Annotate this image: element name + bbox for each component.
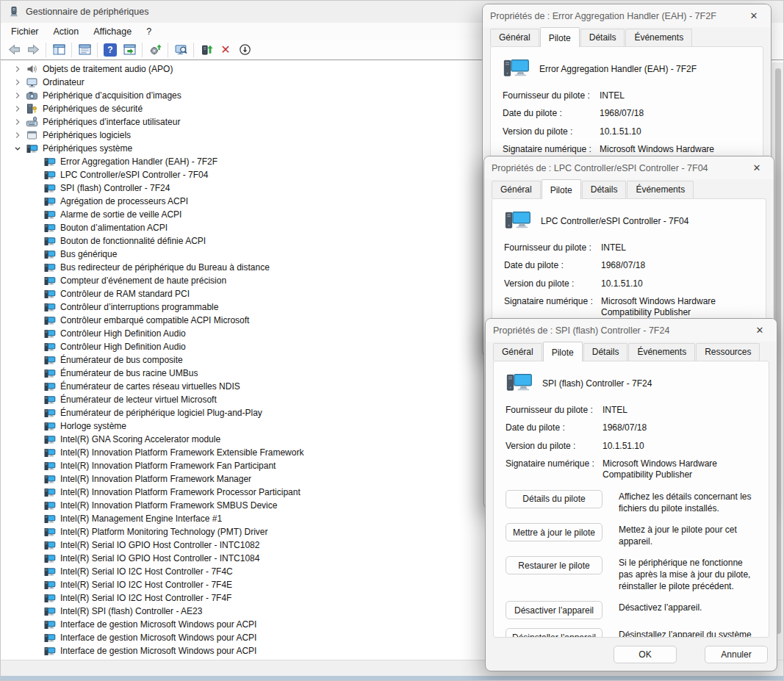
- driver-field-row: Fournisseur du pilote : INTEL: [506, 405, 757, 415]
- close-icon[interactable]: ✕: [744, 162, 769, 173]
- chevron-icon[interactable]: [29, 209, 42, 220]
- chevron-icon[interactable]: [29, 195, 42, 207]
- chevron-icon[interactable]: [11, 129, 24, 141]
- tab[interactable]: Pilote: [542, 179, 581, 199]
- chevron-icon[interactable]: [29, 156, 42, 167]
- cancel-button[interactable]: Annuler: [705, 646, 768, 663]
- tab[interactable]: Événements: [625, 29, 692, 46]
- chevron-icon[interactable]: [29, 262, 42, 273]
- tab[interactable]: Général: [493, 343, 542, 361]
- tab[interactable]: Général: [490, 29, 539, 46]
- chevron-icon[interactable]: [29, 381, 42, 392]
- chevron-icon[interactable]: [29, 447, 42, 458]
- tab[interactable]: Événements: [628, 343, 695, 361]
- uninstall-device-icon[interactable]: ✕: [216, 41, 235, 59]
- device-icon: [43, 182, 56, 194]
- menu-item[interactable]: Fichier: [4, 24, 46, 39]
- properties-icon[interactable]: [75, 41, 94, 59]
- chevron-icon[interactable]: [29, 328, 42, 339]
- tab[interactable]: Ressources: [696, 343, 760, 361]
- tab[interactable]: Pilote: [543, 342, 583, 361]
- chevron-icon[interactable]: [29, 433, 42, 445]
- chevron-icon[interactable]: [29, 248, 42, 260]
- chevron-icon[interactable]: [29, 235, 42, 247]
- tab[interactable]: Détails: [583, 343, 628, 361]
- chevron-icon[interactable]: [29, 473, 42, 485]
- chevron-icon[interactable]: [29, 288, 42, 300]
- chevron-icon[interactable]: [29, 486, 42, 498]
- driver-action-button[interactable]: Désinstaller l’appareil: [506, 628, 603, 638]
- close-icon[interactable]: ✕: [741, 10, 766, 21]
- chevron-icon[interactable]: [11, 116, 24, 128]
- chevron-icon[interactable]: [11, 103, 24, 115]
- close-icon[interactable]: ✕: [747, 325, 772, 336]
- chevron-icon[interactable]: [29, 182, 42, 194]
- ok-button[interactable]: OK: [614, 646, 677, 663]
- chevron-icon[interactable]: [29, 500, 42, 511]
- chevron-icon[interactable]: [29, 552, 42, 564]
- chevron-icon[interactable]: [29, 539, 42, 551]
- driver-field-row: Fournisseur du pilote : INTEL: [503, 90, 751, 101]
- chevron-icon[interactable]: [11, 76, 24, 88]
- chevron-icon[interactable]: [29, 526, 42, 538]
- chevron-icon[interactable]: [29, 301, 42, 313]
- chevron-icon[interactable]: [29, 592, 42, 604]
- tab[interactable]: Général: [492, 181, 541, 198]
- chevron-icon[interactable]: [29, 420, 42, 432]
- device-icon: [43, 513, 56, 525]
- device-icon: [43, 645, 56, 657]
- tab[interactable]: Détails: [580, 29, 625, 46]
- chevron-icon[interactable]: [29, 645, 42, 657]
- disable-device-icon[interactable]: [235, 41, 254, 59]
- driver-field-row: Version du pilote : 10.1.51.10: [503, 126, 751, 137]
- chevron-icon[interactable]: [29, 460, 42, 472]
- back-icon[interactable]: [4, 41, 24, 59]
- chevron-icon[interactable]: [29, 222, 42, 234]
- scan-hardware-changes-icon[interactable]: [145, 41, 165, 59]
- chevron-icon[interactable]: [11, 63, 24, 75]
- tree-item-label: Périphériques logiciels: [43, 130, 131, 140]
- chevron-icon[interactable]: [29, 394, 42, 406]
- chevron-icon[interactable]: [29, 341, 42, 353]
- field-value: 1968/07/18: [603, 422, 757, 433]
- tab[interactable]: Événements: [627, 181, 694, 198]
- chevron-icon[interactable]: [29, 314, 42, 326]
- chevron-icon[interactable]: [11, 90, 24, 101]
- tab[interactable]: Pilote: [540, 27, 580, 47]
- chevron-icon[interactable]: [29, 632, 42, 644]
- chevron-icon[interactable]: [29, 513, 42, 525]
- chevron-icon[interactable]: [29, 566, 42, 577]
- chevron-icon[interactable]: [29, 605, 42, 617]
- search-computer-icon[interactable]: [171, 41, 190, 59]
- chevron-icon[interactable]: [11, 143, 24, 154]
- chevron-icon[interactable]: [29, 407, 42, 419]
- driver-action-button[interactable]: Détails du pilote: [506, 490, 603, 508]
- chevron-icon[interactable]: [29, 367, 42, 379]
- device-icon: [43, 367, 56, 379]
- tree-item-label: Agrégation de processeurs ACPI: [60, 196, 188, 206]
- tab[interactable]: Détails: [582, 181, 627, 198]
- device-icon: [43, 460, 56, 472]
- field-label: Fournisseur du pilote :: [504, 242, 601, 253]
- menu-item[interactable]: Affichage: [86, 24, 139, 39]
- chevron-icon[interactable]: [29, 169, 42, 181]
- forward-icon[interactable]: [24, 41, 43, 59]
- field-value: 10.1.51.10: [603, 441, 757, 451]
- driver-action-button[interactable]: Mettre à jour le pilote: [506, 523, 603, 541]
- tree-item-label: Intel(R) Serial IO GPIO Host Controller …: [60, 540, 259, 550]
- chevron-icon[interactable]: [29, 579, 42, 591]
- chevron-icon[interactable]: [29, 275, 42, 287]
- help-icon[interactable]: ?: [104, 43, 117, 57]
- menu-item[interactable]: Action: [46, 24, 87, 39]
- show-hide-console-tree-icon[interactable]: [49, 41, 68, 59]
- device-name: SPI (flash) Controller - 7F24: [542, 378, 652, 389]
- driver-action-button[interactable]: Désactiver l’appareil: [506, 601, 603, 619]
- device-header: SPI (flash) Controller - 7F24: [506, 371, 757, 396]
- export-list-icon[interactable]: [120, 41, 139, 59]
- update-driver-icon[interactable]: [197, 41, 216, 59]
- driver-action-description: Affichez les détails concernant les fich…: [619, 490, 757, 514]
- chevron-icon[interactable]: [29, 619, 42, 630]
- driver-action-button[interactable]: Restaurer le pilote: [506, 556, 603, 574]
- menu-item[interactable]: ?: [139, 24, 159, 39]
- chevron-icon[interactable]: [29, 354, 42, 366]
